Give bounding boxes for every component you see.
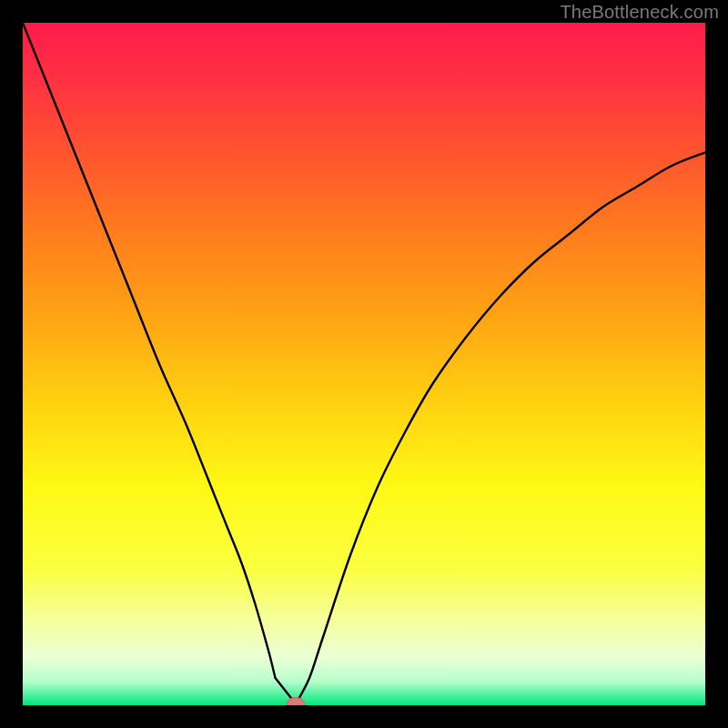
chart-svg <box>23 23 705 705</box>
plot-area <box>23 23 705 705</box>
watermark-text: TheBottleneck.com <box>560 2 719 23</box>
chart-container: TheBottleneck.com <box>0 0 728 728</box>
gradient-background <box>23 23 705 705</box>
